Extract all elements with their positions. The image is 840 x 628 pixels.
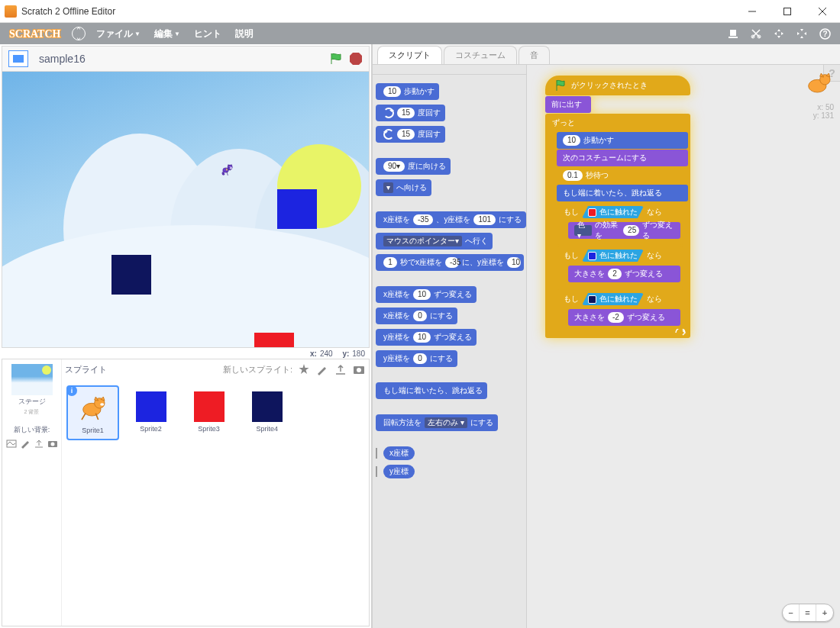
- stage-header: v442 sample16: [2, 46, 370, 71]
- stamp-icon[interactable]: [722, 23, 744, 44]
- sprite-navy-square[interactable]: [111, 255, 151, 295]
- language-icon[interactable]: [72, 27, 86, 40]
- block-set-y[interactable]: y座標を0にする: [376, 350, 457, 367]
- sprite-red-square[interactable]: [254, 333, 294, 348]
- cond-touching-color[interactable]: 色に触れた: [582, 250, 644, 262]
- block-glide[interactable]: 1秒でx座標を-35に、y座標を10: [376, 254, 524, 271]
- tab-costumes[interactable]: コスチューム: [444, 46, 517, 64]
- new-backdrop-tools: [4, 438, 60, 449]
- reporter-checkbox[interactable]: [376, 466, 377, 477]
- sprite-cat[interactable]: [207, 163, 248, 177]
- turn-ccw-icon: [383, 129, 394, 140]
- script-sprite-info: x: 50 y: 131: [803, 69, 834, 120]
- stage-backdrop-cloud: [2, 225, 370, 348]
- block-goto-xy[interactable]: x座標を-35、y座標を101にする: [376, 211, 526, 228]
- cond-touching-color[interactable]: 色に触れた: [582, 206, 644, 218]
- menu-about[interactable]: 説明: [229, 23, 260, 44]
- choose-backdrop-icon[interactable]: [6, 438, 17, 449]
- zoom-reset-button[interactable]: =: [800, 604, 816, 621]
- sprite-info-button[interactable]: i: [66, 385, 77, 396]
- menu-file[interactable]: ファイル▼: [90, 23, 147, 44]
- color-chip-red[interactable]: [588, 208, 596, 217]
- grow-icon[interactable]: [768, 23, 790, 44]
- zoom-in-button[interactable]: +: [816, 604, 833, 621]
- block-move-steps[interactable]: 10歩動かす: [376, 83, 439, 100]
- block-turn-ccw[interactable]: 15度回す: [376, 126, 445, 143]
- stage-size-toggle[interactable]: [8, 50, 28, 67]
- svg-marker-8: [350, 53, 362, 65]
- block-go-front[interactable]: 前に出す: [545, 96, 591, 113]
- scratch-logo[interactable]: SCRATCH: [5, 27, 67, 40]
- paint-backdrop-icon[interactable]: [20, 438, 31, 449]
- tab-scripts[interactable]: スクリプト: [377, 46, 442, 64]
- sprite-blue-square[interactable]: [277, 189, 317, 229]
- zoom-controls: – = +: [782, 604, 834, 622]
- scissors-icon[interactable]: [745, 23, 767, 44]
- menu-edit[interactable]: 編集▼: [148, 23, 186, 44]
- block-change-effect[interactable]: 色 ▾の効果を25ずつ変える: [568, 222, 680, 239]
- block-x-pos[interactable]: x座標: [383, 446, 415, 460]
- block-if-3[interactable]: もし 色に触れた なら 大きさを-2ずつ変える: [557, 289, 683, 332]
- block-bounce-edge[interactable]: もし端に着いたら、跳ね返る: [557, 185, 688, 201]
- zoom-out-button[interactable]: –: [783, 604, 800, 621]
- sprite-thumb[interactable]: Sprite4: [241, 384, 293, 439]
- shrink-icon[interactable]: [791, 23, 813, 44]
- paint-sprite-icon[interactable]: [315, 362, 329, 376]
- block-rot-style[interactable]: 回転方法を左右のみ ▾にする: [376, 414, 498, 431]
- sprite-thumb[interactable]: Sprite2: [124, 384, 177, 439]
- stage-thumb[interactable]: ステージ 2 背景: [5, 362, 58, 417]
- block-next-costume[interactable]: 次のコスチュームにする: [557, 150, 688, 166]
- camera-sprite-icon[interactable]: [352, 362, 366, 376]
- camera-backdrop-icon[interactable]: [47, 438, 58, 449]
- maximize-icon: [783, 8, 791, 15]
- block-if-1[interactable]: もし 色に触れた なら 色 ▾の効果を25ずつ変える: [557, 202, 683, 245]
- svg-point-19: [50, 443, 54, 446]
- block-bounce[interactable]: もし端に着いたら、跳ね返る: [376, 382, 487, 399]
- block-change-size[interactable]: 大きさを2ずつ変える: [568, 266, 680, 282]
- reporter-checkbox[interactable]: [376, 448, 377, 459]
- turn-cw-icon: [383, 108, 394, 118]
- stop-button[interactable]: [349, 52, 363, 66]
- window-title: Scratch 2 Offline Editor: [21, 6, 115, 17]
- block-point-towards[interactable]: ▾へ向ける: [376, 179, 431, 196]
- color-chip-navy[interactable]: [588, 295, 596, 304]
- scripts-body: 動きイベント見た目制御音調べるペン演算データその他 10歩動かす 15度回す 1…: [373, 64, 840, 628]
- minimize-button[interactable]: [735, 0, 770, 22]
- block-change-x[interactable]: x座標を10ずつ変える: [376, 286, 477, 303]
- color-chip-blue[interactable]: [588, 252, 596, 260]
- menu-hint[interactable]: ヒント: [188, 23, 228, 44]
- svg-rect-3: [729, 37, 738, 38]
- block-set-x[interactable]: x座標を0にする: [376, 308, 457, 324]
- block-change-y[interactable]: y座標を10ずつ変える: [376, 329, 477, 346]
- project-title[interactable]: sample16: [39, 53, 86, 65]
- block-categories: 動きイベント見た目制御音調べるペン演算データその他: [373, 65, 526, 75]
- script-area[interactable]: ? x: 50 y: 131 がクリックされたとき 前に出す ずっと: [527, 65, 840, 628]
- choose-sprite-icon[interactable]: [297, 362, 311, 376]
- stage[interactable]: [2, 71, 370, 348]
- sprite-thumb[interactable]: i Sprite1: [66, 385, 119, 440]
- sprite-header-label: スプライト: [65, 364, 107, 375]
- svg-text:SCRATCH: SCRATCH: [9, 28, 61, 40]
- block-move[interactable]: 10歩動かす: [557, 132, 688, 149]
- block-turn-cw[interactable]: 15度回す: [376, 105, 445, 121]
- cond-touching-color[interactable]: 色に触れた: [582, 293, 644, 305]
- sprite-list-area: スプライト 新しいスプライト: i Sprite1 S: [62, 359, 369, 626]
- sprite-thumb[interactable]: Sprite3: [183, 384, 235, 439]
- maximize-button[interactable]: [770, 0, 805, 22]
- block-list[interactable]: 10歩動かす 15度回す 15度回す 90▾度に向ける ▾へ向ける x座標を-3…: [373, 75, 526, 628]
- block-goto-target[interactable]: マウスのポインター▾へ行く: [376, 233, 493, 250]
- block-forever[interactable]: ずっと 10歩動かす 次のコスチュームにする 0.1秒待つ もし端に着いたら、跳…: [545, 114, 690, 338]
- block-if-2[interactable]: もし 色に触れた なら 大きさを2ずつ変える: [557, 246, 683, 288]
- block-y-pos[interactable]: y座標: [383, 465, 415, 478]
- tab-sounds[interactable]: 音: [519, 46, 550, 64]
- script-stack[interactable]: がクリックされたとき 前に出す ずっと 10歩動かす 次のコスチュームにする 0…: [545, 76, 690, 338]
- block-wait[interactable]: 0.1秒待つ: [557, 167, 688, 184]
- hat-when-flag[interactable]: がクリックされたとき: [545, 76, 690, 95]
- close-button[interactable]: [805, 0, 840, 22]
- block-change-size[interactable]: 大きさを-2ずつ変える: [568, 309, 680, 326]
- upload-backdrop-icon[interactable]: [34, 438, 44, 449]
- help-icon[interactable]: ?: [814, 23, 835, 44]
- block-point-dir[interactable]: 90▾度に向ける: [376, 158, 451, 175]
- green-flag-button[interactable]: [329, 52, 343, 66]
- upload-sprite-icon[interactable]: [334, 362, 347, 376]
